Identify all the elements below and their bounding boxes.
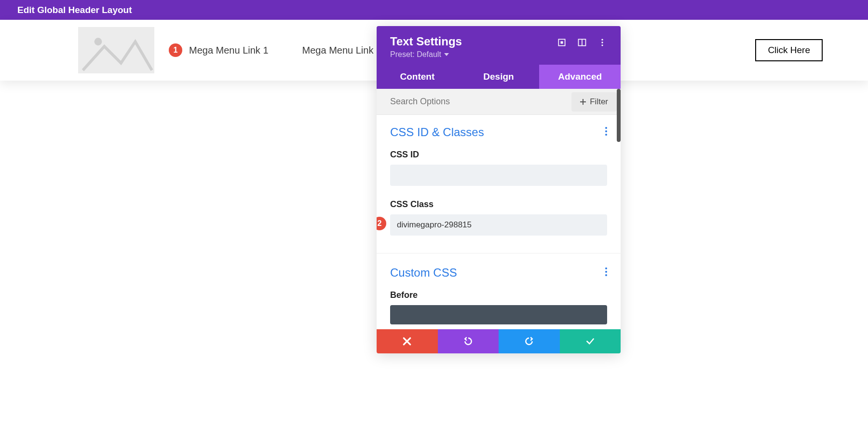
css-id-label: CSS ID <box>390 150 607 160</box>
text-settings-panel: Text Settings Preset: Default Content De… <box>377 26 621 353</box>
menu-link-label: Mega Menu Link 1 <box>189 45 269 56</box>
tab-content[interactable]: Content <box>377 65 458 89</box>
image-placeholder-icon <box>78 27 154 73</box>
kebab-menu-icon[interactable] <box>597 38 607 47</box>
menu-links: 1 Mega Menu Link 1 Mega Menu Link 2 <box>169 43 381 57</box>
kebab-menu-icon[interactable] <box>605 127 607 138</box>
annotation-badge-1: 1 <box>169 43 182 57</box>
svg-rect-3 <box>561 42 563 44</box>
tabs: Content Design Advanced <box>377 65 621 89</box>
global-header-title: Edit Global Header Layout <box>17 5 132 15</box>
cancel-button[interactable] <box>377 329 438 353</box>
svg-point-7 <box>601 42 603 43</box>
svg-point-13 <box>605 271 607 273</box>
filter-button[interactable]: Filter <box>571 92 617 112</box>
svg-point-9 <box>605 127 607 129</box>
before-code-input[interactable] <box>390 305 607 324</box>
svg-point-1 <box>95 38 102 45</box>
tab-design[interactable]: Design <box>458 65 540 89</box>
svg-point-12 <box>605 267 607 269</box>
undo-button[interactable] <box>438 329 499 353</box>
svg-point-14 <box>605 274 607 276</box>
panel-preset[interactable]: Preset: Default <box>390 50 462 59</box>
panel-body: CSS ID & Classes CSS ID 2 CSS Class Cust… <box>377 115 621 329</box>
svg-point-11 <box>605 134 607 136</box>
image-placeholder[interactable] <box>78 27 154 73</box>
menu-link-label: Mega Menu Link 2 <box>302 45 382 56</box>
redo-button[interactable] <box>499 329 560 353</box>
mega-menu-link-1[interactable]: 1 Mega Menu Link 1 <box>169 43 269 57</box>
svg-rect-0 <box>78 28 154 73</box>
expand-icon[interactable] <box>557 38 567 47</box>
search-input[interactable] <box>377 89 571 114</box>
click-here-button[interactable]: Click Here <box>755 39 823 61</box>
css-class-input[interactable] <box>390 214 607 236</box>
panel-footer <box>377 329 621 353</box>
close-icon <box>402 336 412 346</box>
annotation-badge-2: 2 <box>377 217 386 230</box>
panel-header[interactable]: Text Settings Preset: Default <box>377 26 621 65</box>
svg-point-6 <box>601 39 603 41</box>
css-class-label: CSS Class <box>390 199 607 210</box>
svg-point-8 <box>601 44 603 46</box>
section-custom-css[interactable]: Custom CSS <box>390 266 607 280</box>
search-row: Filter <box>377 89 621 115</box>
tab-advanced[interactable]: Advanced <box>539 65 621 89</box>
section-divider <box>377 253 621 253</box>
undo-icon <box>463 336 473 346</box>
panel-title: Text Settings <box>390 35 462 48</box>
mega-menu-link-2[interactable]: Mega Menu Link 2 <box>302 45 382 56</box>
svg-point-10 <box>605 130 607 132</box>
global-header-bar: Edit Global Header Layout <box>0 0 868 20</box>
check-icon <box>585 336 595 346</box>
chevron-down-icon <box>444 53 449 56</box>
section-css-id-classes[interactable]: CSS ID & Classes <box>390 126 607 139</box>
css-id-input[interactable] <box>390 165 607 186</box>
redo-icon <box>524 336 534 346</box>
plus-icon <box>580 99 586 105</box>
before-label: Before <box>390 290 607 300</box>
kebab-menu-icon[interactable] <box>605 267 607 279</box>
save-button[interactable] <box>560 329 621 353</box>
columns-icon[interactable] <box>577 38 587 47</box>
